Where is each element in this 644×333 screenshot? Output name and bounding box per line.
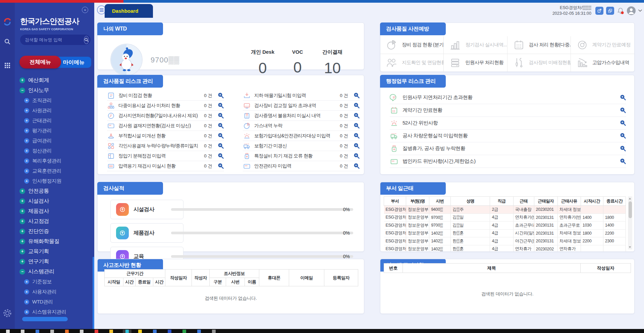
collapse-icon[interactable]: − <box>19 269 25 275</box>
sidebar-item[interactable]: +정산관리 <box>15 146 94 156</box>
magnifier-icon[interactable] <box>218 163 224 169</box>
stat-voc[interactable]: VOC 0 <box>280 49 315 77</box>
expand-icon[interactable]: + <box>19 219 25 224</box>
sidebar-item[interactable]: +급여관리 <box>15 136 94 146</box>
taskbar-icon[interactable] <box>36 330 39 333</box>
expand-icon[interactable]: + <box>19 229 25 234</box>
chevron-down-icon[interactable] <box>638 9 642 12</box>
taskbar-icon[interactable] <box>109 330 113 333</box>
magnifier-icon[interactable] <box>354 92 360 99</box>
expand-icon[interactable]: + <box>24 310 29 315</box>
sidebar-item[interactable]: −시스템관리 <box>15 267 94 277</box>
sidebar-collapse-button[interactable]: « <box>82 7 88 13</box>
tab-dashboard[interactable]: Dashboard <box>105 4 153 18</box>
sidebar-item[interactable]: +사용자관리 <box>15 287 94 297</box>
gear-icon[interactable] <box>3 309 12 318</box>
tile-guidance-interview[interactable]: 지도확인 및 면담현황 <box>380 54 444 72</box>
magnifier-icon[interactable] <box>218 123 224 129</box>
expand-icon[interactable]: + <box>19 198 25 204</box>
sidebar-item[interactable]: +제품검사 <box>15 206 94 216</box>
tile-equipment-unassigned[interactable]: 검사장비 미배정현황 <box>507 54 571 72</box>
magnifier-icon[interactable] <box>620 94 626 101</box>
expand-icon[interactable]: + <box>24 169 29 174</box>
notification-bell-icon[interactable] <box>617 7 624 14</box>
taskbar-icon[interactable] <box>21 330 24 333</box>
expand-icon[interactable]: + <box>24 299 29 304</box>
search-icon[interactable] <box>4 38 11 45</box>
sidebar-item[interactable]: +안전공통 <box>15 186 94 196</box>
taskbar-icon[interactable] <box>80 330 84 333</box>
taskbar-icon[interactable] <box>95 330 98 333</box>
expand-icon[interactable]: + <box>19 239 25 244</box>
table-scrollbar[interactable] <box>628 196 632 249</box>
magnifier-icon[interactable] <box>218 133 224 139</box>
table-row[interactable]: ESG경영처정보운영부9400▒김▒주2급국내출장20230201차세대 정보 <box>384 206 626 214</box>
sidebar-item[interactable]: +사원관리 <box>15 105 94 115</box>
expand-icon[interactable]: + <box>19 259 25 265</box>
windows-taskbar[interactable] <box>0 329 644 333</box>
sidebar-item[interactable]: −인사노무 <box>15 85 94 95</box>
sidebar-item[interactable]: +평가관리 <box>15 126 94 136</box>
sidebar-item[interactable]: +시스템유지관리 <box>15 307 94 317</box>
sidebar-item[interactable]: +근태관리 <box>15 115 94 126</box>
tile-periodic-inspection[interactable]: 정기검사 실시내역... <box>444 36 507 54</box>
expand-icon[interactable]: + <box>24 289 29 294</box>
taskbar-icon[interactable] <box>65 330 69 333</box>
tile-gas-import[interactable]: 고압가스수입내역 <box>571 54 634 72</box>
tab-my-menu[interactable]: 마이메뉴 <box>56 57 91 68</box>
user-avatar[interactable] <box>627 6 636 15</box>
magnifier-icon[interactable] <box>620 158 626 164</box>
scroll-up-arrow[interactable] <box>629 198 631 199</box>
expand-icon[interactable]: + <box>24 138 29 143</box>
sidebar-item[interactable]: +연구기획 <box>15 256 94 267</box>
sidebar-item[interactable]: +기준정보 <box>15 277 94 287</box>
magnifier-icon[interactable] <box>620 133 626 139</box>
open-window-button[interactable] <box>595 7 603 15</box>
tab-all-menu[interactable]: 전체메뉴 <box>19 56 61 68</box>
magnifier-icon[interactable] <box>218 112 224 119</box>
sidebar-item[interactable]: +인사행정지원 <box>15 176 94 186</box>
collapse-icon[interactable]: − <box>19 88 25 93</box>
table-row[interactable]: ESG경영처정보운영부9700▒김▒일4급초과근무대20230131초과근무로1… <box>384 222 626 230</box>
tile-equipment-check[interactable]: 장비 점검 현황 (분기) <box>380 36 444 54</box>
magnifier-icon[interactable] <box>218 102 224 109</box>
sidebar-item[interactable]: +유해화학물질 <box>15 236 94 246</box>
sidebar-item[interactable]: +사고점검 <box>15 216 94 226</box>
table-row[interactable]: ESG경영처정보운영부9700▒김▒일4급연차휴가(반20230131연차휴가(… <box>384 213 626 222</box>
stat-quick-approval[interactable]: 간이결재 10 <box>315 49 350 77</box>
taskbar-icon[interactable] <box>138 330 142 333</box>
tile-civil-affairs[interactable]: 민원사무 처리현황 <box>444 54 507 72</box>
expand-icon[interactable]: + <box>24 158 29 163</box>
expand-icon[interactable]: + <box>19 78 25 83</box>
taskbar-icon[interactable] <box>197 330 201 333</box>
magnifier-icon[interactable] <box>620 107 626 113</box>
taskbar-icon[interactable] <box>212 330 216 333</box>
expand-icon[interactable]: + <box>24 128 29 133</box>
scroll-thumb[interactable] <box>629 201 632 218</box>
sidebar-item[interactable]: +교육훈련관리 <box>15 166 94 176</box>
expand-icon[interactable]: + <box>24 118 29 123</box>
sidebar-scroll-pill[interactable] <box>22 317 68 321</box>
tile-inspection-processing[interactable]: 검사 처리 현황(다중... <box>507 36 571 54</box>
table-row[interactable]: ESG경영처정보운영부1402▒한▒훈4급시간외(일반20230131차세대 정… <box>384 229 626 237</box>
taskbar-icon[interactable] <box>182 330 186 333</box>
expand-icon[interactable]: + <box>19 249 25 254</box>
magnifier-icon[interactable] <box>354 143 360 149</box>
grid-menu-icon[interactable] <box>4 62 10 68</box>
expand-icon[interactable]: + <box>19 188 25 194</box>
sidebar-item[interactable]: +복리후생관리 <box>15 156 94 166</box>
expand-icon[interactable]: + <box>24 148 29 153</box>
expand-icon[interactable]: + <box>24 279 29 284</box>
taskbar-icon[interactable] <box>50 330 54 333</box>
magnifier-icon[interactable] <box>354 102 360 109</box>
sidebar-item[interactable]: +예산회계 <box>15 75 94 85</box>
expand-icon[interactable]: + <box>19 208 25 214</box>
magnifier-icon[interactable] <box>218 153 224 159</box>
taskbar-icon[interactable] <box>153 330 157 333</box>
table-row[interactable]: ESG경영처정보운영부1402▒한▒훈4급연차휴가20230202연차휴가 <box>384 245 626 252</box>
menu-search-button[interactable] <box>84 36 89 44</box>
expand-icon[interactable]: + <box>24 179 29 184</box>
table-row[interactable]: ESG경영처정보운영부1402▒한▒훈4급야간근무(본20230131차세대 정… <box>384 237 626 245</box>
sidebar-item[interactable]: +WTD관리 <box>15 297 94 307</box>
magnifier-icon[interactable] <box>354 123 360 129</box>
